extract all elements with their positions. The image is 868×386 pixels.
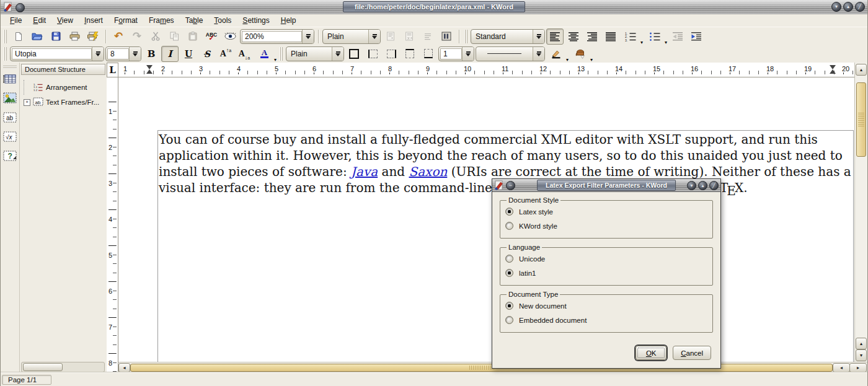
formulaframe-icon: √x <box>3 131 17 144</box>
print-preview-button[interactable] <box>84 29 102 45</box>
dialog-titlebar[interactable]: − Latex Export Filter Parameters - KWord… <box>492 179 720 192</box>
tree-item-arrangement[interactable]: 1.1.11.2Arrangement <box>24 80 107 95</box>
ruler-number: 7 <box>348 65 356 72</box>
window-titlebar[interactable]: · file:/home/peter/doc/beginlatex/para.x… <box>1 0 867 15</box>
align-right-button[interactable] <box>583 29 601 45</box>
print-button[interactable] <box>66 29 83 45</box>
align-left-button[interactable] <box>546 29 564 45</box>
toolbar-handle[interactable] <box>4 30 7 43</box>
sticky-button[interactable]: · <box>16 3 25 12</box>
border-style-combo[interactable] <box>476 46 545 61</box>
paragraph-style-combo[interactable]: Plain <box>322 29 381 44</box>
bold-button[interactable]: B <box>143 46 160 62</box>
insert-formula-button[interactable]: √x <box>2 129 18 146</box>
saxon-link[interactable]: Saxon <box>409 164 447 179</box>
cancel-button[interactable]: Cancel <box>673 346 711 360</box>
border-color-button[interactable]: ▾ <box>546 46 569 62</box>
strikethrough-button[interactable]: S <box>198 46 216 62</box>
zoom-combo[interactable]: 200% <box>240 29 314 44</box>
horizontal-scrollbar-thumb[interactable] <box>130 364 833 372</box>
option-unicode[interactable]: Unicode <box>505 252 707 266</box>
ok-button[interactable]: OK <box>636 346 666 360</box>
font-size-combo[interactable]: 8 <box>105 46 141 61</box>
new-document-button[interactable] <box>10 29 27 45</box>
dropdown-arrow-icon <box>129 47 141 61</box>
close-button[interactable]: ╱ <box>855 2 865 12</box>
dialog-minimize-button[interactable]: − <box>506 181 515 190</box>
dialog-maximize-button[interactable]: ▴ <box>698 181 707 190</box>
subscript-button[interactable]: A↓a <box>236 46 253 62</box>
underline-button[interactable]: U <box>180 46 197 62</box>
dialog-shade-button[interactable]: ▾ <box>687 181 696 190</box>
menu-help[interactable]: Help <box>275 15 302 26</box>
maximize-button[interactable]: ▴ <box>843 2 853 12</box>
formatting-marks-button[interactable] <box>438 29 455 45</box>
menu-tools[interactable]: Tools <box>208 15 237 26</box>
dialog-close-button[interactable]: ╱ <box>709 181 719 190</box>
italic-button[interactable]: I <box>161 46 179 62</box>
panel-scrollbar-thumb[interactable] <box>23 363 63 371</box>
vertical-scrollbar-thumb[interactable] <box>856 82 866 157</box>
panel-scrollbar[interactable] <box>21 362 105 372</box>
numbered-list-button[interactable]: 1.2.3.▾ <box>621 29 644 45</box>
insert-table-button[interactable] <box>2 72 18 88</box>
option-latin1[interactable]: latin1 <box>505 266 707 280</box>
document-canvas[interactable]: You can of course buy and install a full… <box>118 77 855 362</box>
vertical-scrollbar[interactable]: ▴ ▴ ▾ <box>854 63 867 362</box>
style-combo[interactable]: Standard <box>471 29 545 44</box>
dropdown-arrow-icon <box>332 47 343 61</box>
scroll-up-button-2[interactable]: ▴ <box>856 338 867 349</box>
menu-view[interactable]: View <box>51 15 79 26</box>
java-link[interactable]: Java <box>351 164 378 179</box>
insert-textframe-button[interactable]: ab <box>2 110 18 126</box>
border-bottom-button[interactable] <box>420 46 437 62</box>
toolbar-handle[interactable] <box>464 30 468 43</box>
scroll-down-button[interactable]: ▾ <box>856 349 867 361</box>
menu-file[interactable]: File <box>4 15 27 26</box>
border-width-combo[interactable]: 1 <box>438 46 474 61</box>
toolbar-handle[interactable] <box>280 47 283 61</box>
ruler-number: 10 <box>462 65 473 72</box>
frame-style-combo[interactable]: Plain <box>286 46 344 61</box>
border-right-button[interactable] <box>383 46 400 62</box>
menu-edit[interactable]: Edit <box>27 15 51 26</box>
increase-indent-button[interactable] <box>688 29 705 45</box>
font-color-button[interactable]: A▾ <box>254 46 277 62</box>
insert-picture-button[interactable] <box>2 91 18 107</box>
scroll-up-button[interactable]: ▴ <box>856 64 867 76</box>
font-family-combo[interactable]: Utopia <box>10 46 104 61</box>
border-outline-button[interactable] <box>345 46 363 62</box>
insert-object-button[interactable]: ? <box>2 149 18 165</box>
toolbar-handle[interactable] <box>3 65 17 69</box>
tree-expander[interactable]: + <box>24 99 30 106</box>
horizontal-ruler[interactable]: 1234567891011121314151617181920 <box>118 63 855 77</box>
option-kword-style[interactable]: KWord style <box>505 219 707 233</box>
option-latex-style[interactable]: Latex style <box>505 204 707 219</box>
scroll-right-button[interactable]: ▸ <box>849 363 867 372</box>
background-color-button[interactable]: ▾ <box>570 46 593 62</box>
align-justify-button[interactable] <box>602 29 619 45</box>
menu-format[interactable]: Format <box>108 15 143 26</box>
bullet-list-button[interactable]: ▾ <box>645 29 668 45</box>
align-center-button[interactable] <box>565 29 582 45</box>
shade-button[interactable]: ▾ <box>831 2 841 12</box>
superscript-button[interactable]: A↑a <box>217 46 234 62</box>
border-top-button[interactable] <box>401 46 418 62</box>
border-left-button[interactable] <box>364 46 381 62</box>
tree-item-text-frames-fr[interactable]: +abText Frames/Fr... <box>24 95 107 110</box>
menu-insert[interactable]: Insert <box>79 15 108 26</box>
scroll-left-button[interactable]: ◂ <box>118 363 130 372</box>
option-new-document[interactable]: New document <box>505 299 707 313</box>
scroll-left-button-2[interactable]: ◂ <box>833 363 850 372</box>
undo-button[interactable]: ↶ <box>110 29 127 45</box>
menu-frames[interactable]: Frames <box>143 15 180 26</box>
save-document-button[interactable] <box>47 29 64 45</box>
option-embedded-document[interactable]: Embedded document <box>505 313 707 327</box>
vertical-ruler[interactable]: 12345678 <box>107 77 118 373</box>
spellcheck-button[interactable]: ABC✓ <box>203 29 220 45</box>
menu-settings[interactable]: Settings <box>237 15 275 26</box>
view-button[interactable] <box>221 29 239 45</box>
menu-table[interactable]: Table <box>180 15 209 26</box>
open-document-button[interactable] <box>29 29 46 45</box>
toolbar-handle[interactable] <box>4 47 7 61</box>
